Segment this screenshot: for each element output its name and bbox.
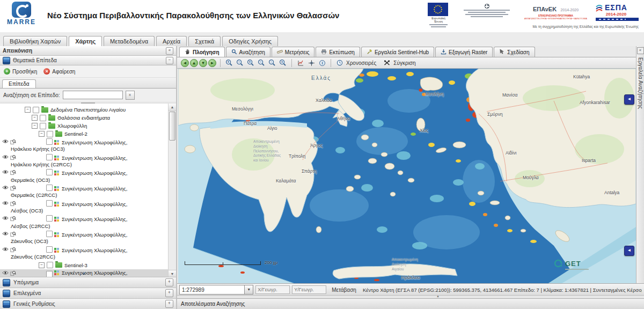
main-tab-2[interactable]: Μεταδεδομένα [104,36,155,46]
tree-folder-1[interactable]: −Θαλάσσια ενδιαιτήματα [0,114,169,122]
zoom-to-layer-icon[interactable] [10,270,16,277]
compare-icon[interactable] [382,58,392,68]
visibility-eye-icon[interactable] [2,270,9,277]
tree-folder-12[interactable]: −Sentinel-3 [0,261,169,269]
search-results-header[interactable]: Αποτελέσματα Αναζήτησης [177,298,644,309]
tree-scrollbar[interactable]: ▲ ▼ [168,104,176,277]
main-tab-1[interactable]: Χάρτης [69,36,102,46]
layer-search-input[interactable] [63,91,123,99]
zoom-box-in-button[interactable]: + [246,58,255,68]
panel-open-arrow-icon-2[interactable]: ◄ [624,246,634,256]
tree-layer-13[interactable]: ✓Συγκέντρωση Χλωροφύλλης, Sentinel-3 [0,269,169,278]
map-tab-4[interactable]: Εργαλεία Sentinel-Hub [361,47,434,57]
map-canvas[interactable]: ΕλλάςΧαλκίδαΑθήναΜεσολόγγιΠάτραΑίγιοΆργο… [178,69,636,283]
tree-layer-7[interactable]: Συγκέντρωση Χλωροφύλλης, Θερμαϊκός (C2RC… [0,184,169,200]
visibility-eye-icon[interactable] [2,231,9,238]
folder-checkbox[interactable] [47,262,53,268]
zoom-out-button[interactable]: − [235,58,245,68]
visibility-eye-icon[interactable] [2,139,9,146]
visibility-eye-icon[interactable] [2,185,9,192]
identify-tool-button[interactable]: i [317,58,327,68]
expand-section-icon[interactable]: + [165,300,173,308]
y-coordinate-input[interactable] [292,285,326,294]
x-coordinate-input[interactable] [255,285,290,294]
tree-layer-9[interactable]: Συγκέντρωση Χλωροφύλλης, Λέσβος (C2RCC) [0,215,169,230]
map-tab-1[interactable]: Αναζήτηση [226,47,270,57]
thematic-layers-collapse-button[interactable]: − [166,57,173,64]
timeseries-clock-icon[interactable] [335,58,345,68]
timeseries-button[interactable]: Χρονοσειρές [346,60,376,66]
go-to-button[interactable]: Μετάβαση [332,287,356,293]
expand-toggle-icon[interactable]: − [32,123,38,129]
layer-checkbox[interactable] [46,215,53,222]
pan-right-button[interactable]: ► [208,59,216,67]
add-layer-button[interactable]: + Προσθήκη [4,68,37,75]
pan-left-button[interactable]: ◄ [181,59,189,67]
scrollbar-thumb[interactable] [169,112,175,141]
main-tab-4[interactable]: Σχετικά [188,36,221,46]
tree-layer-10[interactable]: Συγκέντρωση Χλωροφύλλης, Ζάκυνθος (OC3) [0,230,169,246]
tab-layers[interactable]: Επίπεδα [2,79,36,88]
folder-checkbox[interactable] [33,107,39,113]
expand-panel-icon[interactable]: « [637,47,644,54]
tree-layer-6[interactable]: Συγκέντρωση Χλωροφύλλης, Θερμαϊκός (OC3) [0,168,169,184]
scroll-up-icon[interactable]: ▲ [169,104,176,111]
zoom-to-layer-icon[interactable] [10,247,16,254]
expand-results-icon[interactable]: ▲ [436,295,440,298]
sidebar-section-0[interactable]: Υπόμνημα+ [0,277,176,288]
clear-search-button[interactable]: x [126,91,135,100]
layer-checkbox[interactable]: ✓ [46,271,53,277]
layer-checkbox[interactable] [46,231,53,237]
map-tab-2[interactable]: Μετρήσεις [272,47,315,57]
expand-toggle-icon[interactable]: − [32,115,38,121]
visibility-eye-icon[interactable] [2,247,9,254]
tree-folder-2[interactable]: −Χλωροφύλλη [0,122,169,130]
coordinates-tool-button[interactable] [306,58,316,68]
scale-select[interactable]: 1:272989 ▼ [179,285,253,295]
zoom-to-layer-icon[interactable] [10,185,16,192]
zoom-box-out-button[interactable]: − [257,58,266,68]
expand-toggle-icon[interactable]: − [39,262,45,268]
folder-checkbox[interactable] [40,123,46,129]
expand-section-icon[interactable]: + [165,278,173,286]
remove-layer-button[interactable]: × Αφαίρεση [43,68,75,75]
expand-toggle-icon[interactable]: − [25,107,31,113]
search-tools-strip[interactable]: « Εργαλεία Αναζήτησης [636,46,644,283]
sidebar-section-2[interactable]: Γενικές Ρυθμίσεις+ [0,298,176,309]
tree-folder-0[interactable]: −Δεδομένα Πανεπιστημίου Αιγαίου [0,106,169,114]
compare-button[interactable]: Σύγκριση [393,60,415,66]
map-tab-0[interactable]: Πλοήγηση [179,47,225,57]
scroll-down-icon[interactable]: ▼ [169,270,176,277]
zoom-in-button[interactable]: + [224,58,234,68]
zoom-to-layer-icon[interactable] [10,170,16,176]
visibility-eye-icon[interactable] [2,216,9,223]
zoom-to-layer-icon[interactable] [10,139,16,146]
visibility-eye-icon[interactable] [2,201,9,208]
expand-section-icon[interactable]: + [165,289,173,297]
tree-layer-11[interactable]: Συγκέντρωση Χλωροφύλλης, Ζάκυνθος (C2RCC… [0,246,169,261]
panel-open-arrow-icon[interactable]: ◄ [624,94,634,105]
layer-checkbox[interactable] [46,138,53,145]
pan-up-button[interactable]: ▲ [190,59,198,67]
profile-tool-button[interactable] [296,58,305,68]
zoom-full-button[interactable]: ○ [267,58,277,68]
map-tab-5[interactable]: Εξαγωγή Raster [435,47,493,57]
sidebar-section-1[interactable]: Επιλεγμένα+ [0,288,176,298]
map-tab-6[interactable]: Σχεδίαση [494,47,535,57]
zoom-to-layer-icon[interactable] [10,231,16,238]
map-tab-3[interactable]: Εκτύπωση [316,47,360,57]
thematic-layers-header[interactable]: Θεματικά Επίπεδα − [0,56,176,65]
folder-checkbox[interactable] [47,131,53,137]
expand-toggle-icon[interactable]: − [39,131,45,137]
pan-down-button[interactable]: ▼ [199,59,207,67]
main-tab-3[interactable]: Αρχεία [156,36,187,46]
layer-checkbox[interactable] [46,169,53,175]
main-tab-0[interactable]: Βιβλιοθήκη Χαρτών [3,36,67,46]
tree-layer-4[interactable]: Συγκέντρωση Χλωροφύλλης, Ηράκλειο Κρήτης… [0,138,169,153]
zoom-to-layer-icon[interactable] [10,216,16,223]
chevron-down-icon[interactable]: ▼ [244,285,253,294]
tree-folder-3[interactable]: −Sentinel-2 [0,130,169,138]
zoom-to-layer-icon[interactable] [10,154,16,161]
layer-checkbox[interactable] [46,200,53,207]
folder-checkbox[interactable] [40,115,46,121]
